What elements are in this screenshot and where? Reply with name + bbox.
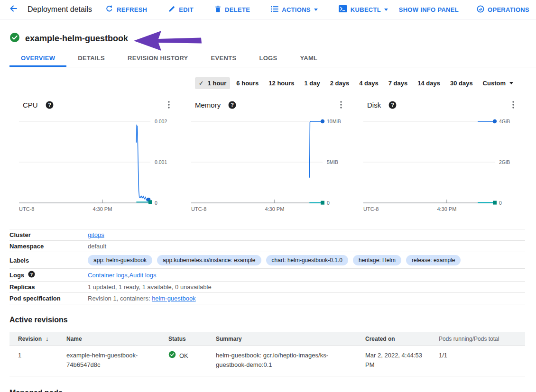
disk-chart-title: Disk	[367, 101, 381, 109]
show-info-panel-button[interactable]: SHOW INFO PANEL	[399, 5, 459, 14]
revision-cell: 1	[9, 346, 58, 376]
table-row: 1 example-helm-guestbook-74b6547d8c OK h…	[9, 346, 525, 376]
metrics-charts: CPU ? 0.0020.0010UTC-84:30 PM Memory ? 1…	[19, 98, 516, 213]
summary-cell: helm-guestbook: gcr.io/heptio-images/ks-…	[207, 346, 357, 376]
tab-details[interactable]: DETAILS	[66, 50, 116, 67]
back-button[interactable]	[8, 4, 19, 15]
deployment-header: example-helm-guestbook	[9, 32, 128, 45]
time-option-6-hours[interactable]: 6 hours	[232, 77, 262, 89]
chart-menu-icon[interactable]	[340, 101, 342, 109]
deployment-details-table: Cluster gitops Namespace default Labels …	[9, 229, 525, 304]
caret-down-icon	[509, 82, 513, 84]
svg-text:?: ?	[48, 102, 51, 108]
pods-cell: 1/1	[430, 346, 525, 376]
svg-text:4:30 PM: 4:30 PM	[92, 206, 112, 212]
svg-text:2GiB: 2GiB	[499, 159, 510, 165]
time-option-30-days[interactable]: 30 days	[446, 77, 477, 89]
time-option-7-days[interactable]: 7 days	[385, 77, 411, 89]
col-revision[interactable]: Revision↓	[9, 332, 58, 346]
selected-check-icon: ✓	[199, 80, 204, 87]
terminal-icon	[339, 5, 347, 14]
chart-menu-icon[interactable]	[168, 101, 170, 109]
svg-text:?: ?	[391, 102, 394, 108]
svg-text:4:30 PM: 4:30 PM	[437, 206, 456, 212]
svg-text:0.001: 0.001	[155, 159, 167, 165]
time-option-4-days[interactable]: 4 days	[355, 77, 382, 89]
disk-chart-panel: Disk ? 4GiB2GiB0UTC-84:30 PM	[363, 98, 516, 213]
created-on-cell: Mar 2, 2022, 4:44:53 PM	[357, 346, 430, 376]
active-revisions-section: Active revisions Revision↓ Name Status S…	[9, 316, 525, 376]
time-option-1-day[interactable]: 1 day	[301, 77, 324, 89]
pencil-icon	[168, 5, 176, 14]
col-status: Status	[160, 332, 207, 346]
help-icon[interactable]: ?	[28, 271, 35, 279]
svg-text:UTC-8: UTC-8	[191, 206, 206, 212]
cpu-chart: 0.0020.0010UTC-84:30 PM	[19, 116, 172, 213]
cpu-chart-panel: CPU ? 0.0020.0010UTC-84:30 PM	[19, 98, 172, 213]
operations-icon	[477, 5, 484, 14]
table-header-row: Revision↓ Name Status Summary Created on…	[9, 332, 525, 346]
svg-text:?: ?	[231, 102, 234, 108]
svg-text:UTC-8: UTC-8	[363, 206, 379, 212]
actions-button[interactable]: ACTIONS	[271, 5, 318, 14]
tab-revision-history[interactable]: REVISION HISTORY	[116, 50, 200, 67]
tab-events[interactable]: EVENTS	[200, 50, 248, 67]
status-check-circle-icon	[9, 32, 20, 45]
col-pods: Pods running/Pods total	[430, 332, 525, 346]
trash-icon	[214, 5, 222, 14]
time-option-12-hours[interactable]: 12 hours	[265, 77, 298, 89]
delete-button[interactable]: DELETE	[214, 5, 250, 14]
back-arrow-icon	[9, 4, 18, 15]
cluster-link[interactable]: gitops	[88, 231, 104, 238]
kubectl-button[interactable]: KUBECTL	[339, 5, 388, 14]
time-range-bar: ✓1 hour6 hours12 hours1 day2 days4 days7…	[195, 77, 517, 89]
ok-check-circle-icon	[168, 351, 176, 361]
col-name: Name	[58, 332, 160, 346]
time-option-1-hour[interactable]: ✓1 hour	[195, 77, 231, 89]
edit-button[interactable]: EDIT	[168, 5, 194, 14]
svg-text:5MiB: 5MiB	[327, 159, 338, 165]
tab-overview[interactable]: OVERVIEW	[9, 50, 66, 67]
col-summary: Summary	[207, 332, 357, 346]
svg-text:?: ?	[30, 272, 33, 277]
caret-down-icon	[384, 9, 388, 11]
refresh-button[interactable]: REFRESH	[105, 5, 147, 14]
operations-button[interactable]: OPERATIONS	[477, 5, 529, 14]
label-chip: app.kubernetes.io/instance: example	[157, 255, 261, 265]
pod-specification-row: Pod specification Revision 1, containers…	[9, 292, 525, 304]
memory-chart-panel: Memory ? 10MiB5MiB0UTC-84:30 PM	[191, 98, 344, 213]
help-icon[interactable]: ?	[46, 101, 54, 109]
tabs: OVERVIEWDETAILSREVISION HISTORYEVENTSLOG…	[9, 50, 536, 67]
help-icon[interactable]: ?	[388, 101, 397, 109]
container-logs-link[interactable]: Container logs	[88, 272, 128, 279]
label-chip: heritage: Helm	[353, 255, 401, 265]
replicas-row: Replicas 1 updated, 1 ready, 1 available…	[9, 281, 525, 292]
help-icon[interactable]: ?	[228, 101, 236, 109]
svg-text:0: 0	[327, 200, 330, 206]
container-link[interactable]: helm-guestbook	[152, 295, 196, 302]
deployment-name: example-helm-guestbook	[25, 34, 128, 44]
chart-menu-icon[interactable]	[512, 101, 514, 109]
labels-chip-list: app: helm-guestbookapp.kubernetes.io/ins…	[88, 255, 465, 265]
label-chip: app: helm-guestbook	[88, 255, 152, 265]
namespace-row: Namespace default	[9, 240, 525, 252]
replicas-value: 1 updated, 1 ready, 1 available, 0 unava…	[88, 283, 212, 291]
disk-chart: 4GiB2GiB0UTC-84:30 PM	[363, 116, 516, 213]
svg-text:4:30 PM: 4:30 PM	[265, 206, 284, 212]
sort-descending-icon: ↓	[46, 335, 49, 342]
cpu-chart-title: CPU	[23, 101, 38, 109]
svg-text:0.002: 0.002	[155, 119, 167, 124]
tab-logs[interactable]: LOGS	[248, 50, 288, 67]
audit-logs-link[interactable]: Audit logs	[129, 272, 156, 279]
page-title: Deployment details	[28, 5, 92, 14]
time-option-custom[interactable]: Custom	[479, 77, 517, 89]
svg-text:0: 0	[155, 200, 157, 206]
memory-chart: 10MiB5MiB0UTC-84:30 PM	[191, 116, 344, 213]
active-revisions-table: Revision↓ Name Status Summary Created on…	[9, 332, 525, 376]
time-option-2-days[interactable]: 2 days	[326, 77, 353, 89]
refresh-icon	[105, 5, 113, 14]
tab-yaml[interactable]: YAML	[288, 50, 329, 67]
label-chip: chart: helm-guestbook-0.1.0	[266, 255, 348, 265]
time-option-14-days[interactable]: 14 days	[414, 77, 444, 89]
svg-text:UTC-8: UTC-8	[19, 206, 34, 212]
